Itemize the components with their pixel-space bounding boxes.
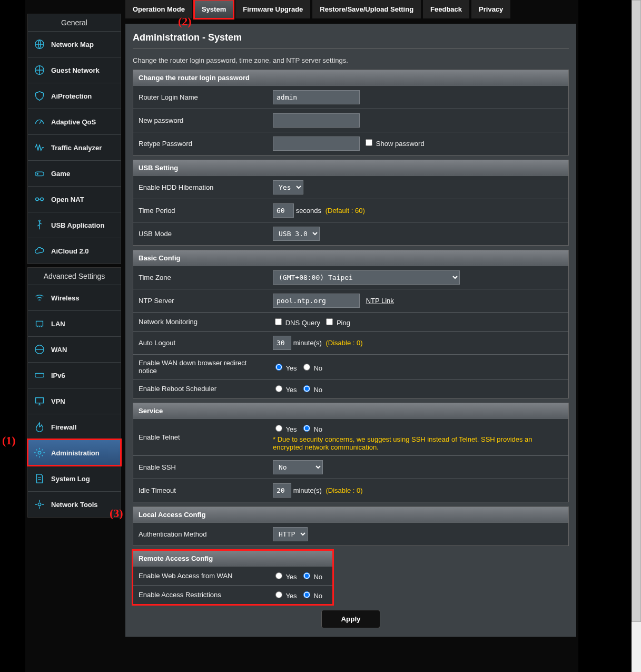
checkbox-show-password[interactable] bbox=[366, 139, 372, 146]
ethernet-icon bbox=[33, 317, 46, 330]
sidebar-item-ipv6[interactable]: IPv6 bbox=[28, 362, 121, 388]
input-idle-timeout[interactable] bbox=[273, 483, 291, 498]
menu-label: Network Map bbox=[51, 41, 94, 48]
advanced-header: Advanced Settings bbox=[28, 268, 121, 285]
label-access-restrictions: Enable Access Restrictions bbox=[133, 586, 268, 605]
tab-privacy[interactable]: Privacy bbox=[471, 0, 510, 18]
select-enable-ssh[interactable]: No bbox=[273, 460, 323, 474]
label-wan-redirect: Enable WAN down browser redirect notice bbox=[133, 355, 268, 379]
sidebar-item-traffic-analyzer[interactable]: Traffic Analyzer bbox=[28, 134, 121, 160]
label-hdd-hibernation: Enable HDD Hibernation bbox=[133, 176, 268, 199]
hint-time-default: (Default : 60) bbox=[326, 207, 365, 215]
tab-restore-save-upload[interactable]: Restore/Save/Upload Setting bbox=[312, 0, 421, 18]
svg-point-4 bbox=[41, 198, 44, 201]
monitor-icon bbox=[33, 395, 46, 407]
section-head-remote: Remote Access Config bbox=[133, 551, 332, 566]
menu-label: Adaptive QoS bbox=[51, 118, 96, 126]
radio-wan-redirect-no[interactable] bbox=[303, 364, 310, 371]
tab-feedback[interactable]: Feedback bbox=[423, 0, 469, 18]
menu-label: IPv6 bbox=[51, 372, 65, 379]
radio-wan-redirect-yes[interactable] bbox=[275, 364, 282, 371]
tools-icon bbox=[33, 498, 46, 511]
menu-label: Network Tools bbox=[51, 501, 98, 509]
callout-1: (1) bbox=[2, 434, 16, 447]
select-hdd-hibernation[interactable]: Yes bbox=[273, 180, 303, 194]
radio-telnet-no[interactable] bbox=[303, 425, 310, 432]
sidebar-item-system-log[interactable]: System Log bbox=[28, 465, 121, 491]
label-no: No bbox=[313, 573, 322, 581]
gauge-icon bbox=[33, 115, 46, 128]
sidebar-item-open-nat[interactable]: Open NAT bbox=[28, 186, 121, 212]
sidebar-item-adaptive-qos[interactable]: Adaptive QoS bbox=[28, 109, 121, 134]
radio-restrict-yes[interactable] bbox=[275, 591, 282, 598]
select-usb-mode[interactable]: USB 3.0 bbox=[273, 227, 320, 241]
label-network-monitoring: Network Monitoring bbox=[133, 313, 268, 332]
tab-bar: Operation Mode System Firmware Upgrade R… bbox=[125, 0, 576, 18]
sidebar-item-network-map[interactable]: Network Map bbox=[28, 31, 121, 57]
hint-autologout: (Disable : 0) bbox=[326, 339, 362, 347]
sidebar-item-administration[interactable]: Administration bbox=[28, 440, 121, 465]
section-head-basic: Basic Config bbox=[133, 250, 568, 266]
menu-label: AiCloud 2.0 bbox=[51, 247, 89, 255]
sidebar-item-game[interactable]: Game bbox=[28, 160, 121, 186]
svg-point-3 bbox=[36, 198, 39, 201]
sidebar-item-wan[interactable]: WAN bbox=[28, 336, 121, 362]
gear-icon bbox=[33, 446, 46, 459]
sidebar-item-usb-application[interactable]: USB Application bbox=[28, 212, 121, 238]
sidebar-item-aicloud[interactable]: AiCloud 2.0 bbox=[28, 238, 121, 264]
label-auto-logout: Auto Logout bbox=[133, 332, 268, 355]
sidebar-item-network-tools[interactable]: Network Tools bbox=[28, 491, 121, 517]
shield-icon bbox=[33, 90, 46, 102]
label-yes: Yes bbox=[285, 425, 297, 433]
divider bbox=[133, 48, 569, 49]
window-scrollbar[interactable] bbox=[632, 0, 641, 672]
usb-icon bbox=[33, 219, 46, 231]
tab-system[interactable]: System bbox=[194, 0, 233, 18]
input-login-name[interactable] bbox=[273, 90, 360, 104]
input-new-password[interactable] bbox=[273, 113, 360, 128]
link-ntp[interactable]: NTP Link bbox=[366, 297, 394, 305]
nat-icon bbox=[33, 193, 46, 206]
select-timezone[interactable]: (GMT+08:00) Taipei bbox=[273, 270, 460, 285]
sidebar-item-aiprotection[interactable]: AiProtection bbox=[28, 83, 121, 109]
radio-reboot-yes[interactable] bbox=[275, 385, 282, 392]
apply-button[interactable]: Apply bbox=[321, 610, 380, 628]
checkbox-ping[interactable] bbox=[326, 318, 333, 325]
menu-label: Game bbox=[51, 170, 70, 178]
radio-telnet-yes[interactable] bbox=[275, 425, 282, 432]
warn-telnet: * Due to security concerns, we suggest u… bbox=[273, 435, 563, 451]
sidebar-item-vpn[interactable]: VPN bbox=[28, 388, 121, 414]
input-time-period[interactable] bbox=[273, 203, 294, 218]
menu-label: Administration bbox=[51, 449, 100, 457]
section-head-service: Service bbox=[133, 403, 568, 418]
fire-icon bbox=[33, 421, 46, 433]
select-auth-method[interactable]: HTTP bbox=[273, 527, 308, 541]
radio-restrict-no[interactable] bbox=[303, 591, 310, 598]
radio-web-wan-yes[interactable] bbox=[275, 572, 282, 579]
checkbox-dns-query[interactable] bbox=[275, 318, 282, 325]
section-head-login: Change the router login password bbox=[133, 70, 568, 85]
sidebar-item-wireless[interactable]: Wireless bbox=[28, 285, 121, 310]
label-idle-unit: minute(s) bbox=[293, 486, 322, 494]
input-retype-password[interactable] bbox=[273, 137, 360, 151]
input-ntp-server[interactable] bbox=[273, 294, 360, 308]
sidebar-item-guest-network[interactable]: Guest Network bbox=[28, 57, 121, 83]
tab-firmware-upgrade[interactable]: Firmware Upgrade bbox=[235, 0, 310, 18]
log-icon bbox=[33, 472, 46, 485]
label-retype-password: Retype Password bbox=[133, 132, 268, 155]
radio-reboot-no[interactable] bbox=[303, 385, 310, 392]
scroll-thumb[interactable] bbox=[632, 0, 641, 622]
ipv6-icon bbox=[33, 369, 46, 382]
menu-label: USB Application bbox=[51, 221, 104, 229]
label-no: No bbox=[313, 386, 322, 394]
sidebar-item-lan[interactable]: LAN bbox=[28, 310, 121, 336]
input-auto-logout[interactable] bbox=[273, 336, 291, 350]
menu-label: Firewall bbox=[51, 423, 76, 431]
radio-web-wan-no[interactable] bbox=[303, 572, 310, 579]
label-idle-timeout: Idle Timeout bbox=[133, 479, 268, 502]
label-enable-ssh: Enable SSH bbox=[133, 456, 268, 479]
cloud-icon bbox=[33, 245, 46, 257]
svg-rect-8 bbox=[35, 373, 44, 377]
label-no: No bbox=[313, 364, 322, 372]
sidebar-item-firewall[interactable]: Firewall bbox=[28, 414, 121, 440]
